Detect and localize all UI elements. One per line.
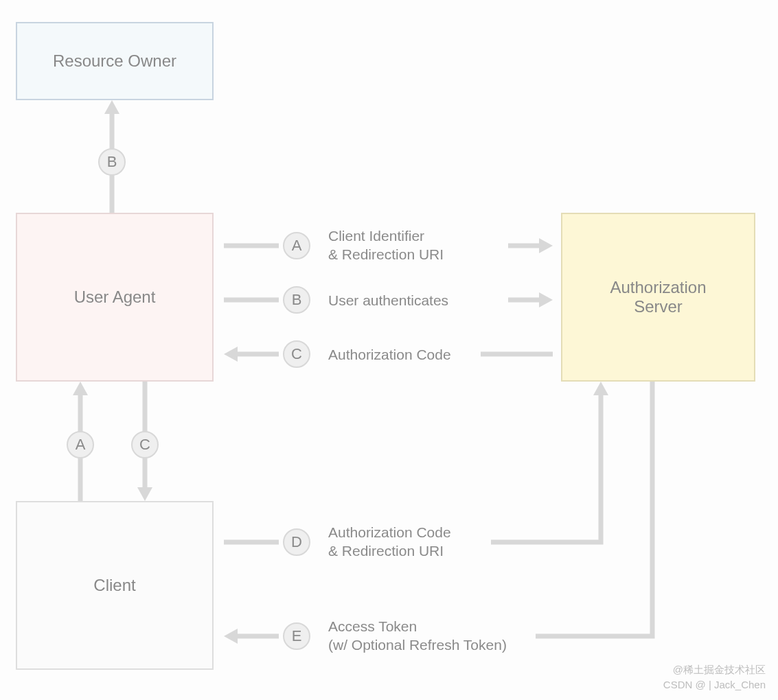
watermark-line2: CSDN @ | Jack_Chen	[663, 679, 766, 690]
svg-marker-13	[224, 347, 238, 362]
step-badge-d-row: D	[283, 528, 310, 556]
arrow-d-row-left	[224, 535, 279, 549]
arrow-b-row-left	[224, 293, 279, 307]
box-authorization-server: Authorization Server	[561, 213, 755, 382]
arrow-e-elbow	[536, 382, 659, 646]
box-resource-owner: Resource Owner	[16, 22, 214, 100]
svg-marker-5	[137, 487, 152, 501]
step-badge-b-row: B	[283, 286, 310, 314]
box-label: User Agent	[74, 288, 156, 307]
svg-marker-18	[224, 629, 238, 644]
step-badge-b-vertical: B	[98, 148, 126, 176]
step-badge-c-row: C	[283, 340, 310, 368]
arrow-b-row-right	[508, 291, 553, 309]
arrow-e-row-left	[224, 627, 279, 645]
box-client: Client	[16, 501, 214, 670]
arrow-a-row-right	[508, 237, 553, 255]
box-label: Client	[93, 576, 135, 595]
watermark-line1: @稀土掘金技术社区	[673, 664, 766, 677]
step-badge-e-row: E	[283, 622, 310, 650]
arrow-c-row-left	[224, 345, 279, 363]
svg-marker-3	[73, 382, 88, 395]
box-label: Resource Owner	[53, 51, 176, 71]
flow-label-b: User authenticates	[328, 291, 448, 310]
box-label: Authorization Server	[610, 278, 706, 316]
box-user-agent: User Agent	[16, 213, 214, 382]
arrow-c-row-right	[481, 347, 553, 361]
svg-marker-11	[539, 292, 553, 307]
flow-label-e: Access Token (w/ Optional Refresh Token)	[328, 617, 507, 655]
arrow-a-row-left	[224, 239, 279, 253]
svg-marker-1	[104, 100, 119, 114]
step-badge-c-vertical: C	[131, 431, 159, 458]
step-badge-a-vertical: A	[67, 431, 94, 458]
step-badge-a-row: A	[283, 232, 310, 259]
flow-label-a: Client Identifier & Redirection URI	[328, 226, 444, 264]
svg-marker-8	[539, 238, 553, 253]
flow-label-c: Authorization Code	[328, 345, 451, 364]
flow-label-d: Authorization Code & Redirection URI	[328, 523, 451, 561]
